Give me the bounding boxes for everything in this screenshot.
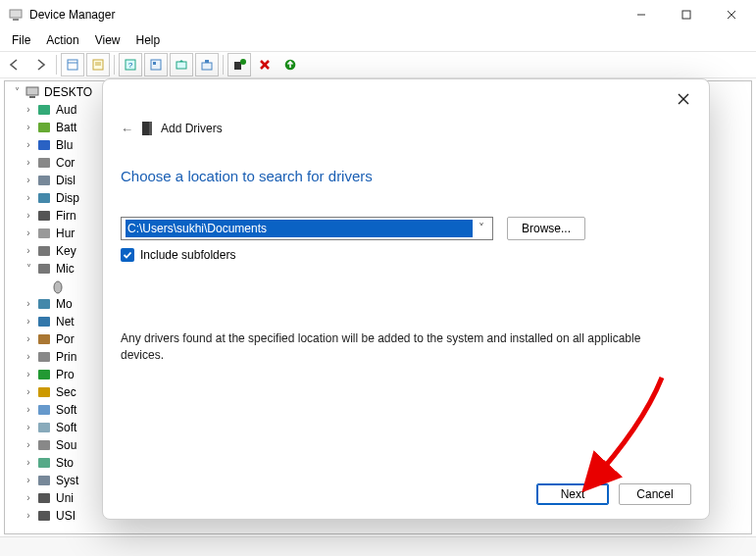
- battery-icon: [36, 120, 52, 135]
- cancel-button[interactable]: Cancel: [619, 483, 691, 505]
- toolbar-update-button[interactable]: [170, 53, 193, 76]
- svg-rect-52: [149, 122, 152, 135]
- toolbar-add-driver-button[interactable]: [227, 53, 251, 76]
- dialog-heading: Choose a location to search for drivers: [121, 168, 373, 184]
- svg-rect-23: [26, 87, 38, 95]
- toolbar-separator: [223, 55, 224, 75]
- toolbar-uninstall-button[interactable]: [195, 53, 219, 76]
- svg-rect-43: [38, 423, 50, 432]
- driver-path-value[interactable]: C:\Users\sukhi\Documents: [126, 220, 473, 237]
- chevron-icon[interactable]: ›: [23, 189, 34, 207]
- tree-item-label: Soft: [54, 419, 76, 436]
- svg-rect-24: [29, 96, 35, 98]
- chevron-icon[interactable]: ›: [23, 401, 34, 419]
- dialog-button-row: Next Cancel: [536, 483, 691, 505]
- svg-point-19: [240, 59, 246, 65]
- tree-item-label: Hur: [54, 225, 75, 242]
- tree-item-label: Disl: [54, 172, 76, 189]
- keyboard-icon: [36, 243, 52, 259]
- driver-disk-icon: [139, 121, 155, 136]
- chevron-icon[interactable]: ›: [23, 172, 34, 189]
- mouse-icon: [50, 278, 66, 294]
- tree-item-label: USI: [54, 507, 76, 525]
- tree-item-label: Sto: [54, 454, 74, 472]
- chevron-icon[interactable]: ›: [23, 136, 34, 154]
- tree-item-label: Net: [54, 313, 75, 330]
- toolbar-forward-button[interactable]: [28, 53, 52, 76]
- svg-rect-17: [205, 60, 209, 63]
- browse-button[interactable]: Browse...: [507, 217, 585, 240]
- svg-rect-46: [38, 476, 50, 485]
- statusbar: [0, 536, 756, 556]
- chevron-icon[interactable]: ›: [23, 489, 34, 507]
- chevron-icon[interactable]: ›: [23, 419, 34, 436]
- toolbar-scan-button[interactable]: [144, 53, 168, 76]
- chevron-icon[interactable]: ˅: [23, 260, 34, 278]
- checkbox-checked-icon: [121, 248, 134, 262]
- tree-root-label: DESKTO: [42, 83, 92, 101]
- chevron-icon[interactable]: ›: [23, 313, 34, 330]
- window-title: Device Manager: [29, 8, 619, 22]
- minimize-button[interactable]: [619, 0, 664, 29]
- menu-action[interactable]: Action: [38, 31, 86, 49]
- port-icon: [36, 331, 52, 347]
- chevron-down-icon[interactable]: ˅: [11, 83, 23, 101]
- chevron-icon[interactable]: ›: [23, 366, 34, 383]
- toolbar-properties-button[interactable]: [86, 53, 110, 76]
- toolbar-enable-button[interactable]: [278, 53, 302, 76]
- tree-item-label: Disp: [54, 189, 79, 207]
- menu-help[interactable]: Help: [128, 31, 169, 49]
- chevron-icon[interactable]: ›: [23, 101, 34, 119]
- include-subfolders-checkbox[interactable]: Include subfolders: [121, 248, 235, 262]
- audio-icon: [36, 102, 52, 118]
- chevron-icon[interactable]: ›: [23, 507, 34, 525]
- tree-item-label: Aud: [54, 101, 76, 119]
- maximize-button[interactable]: [664, 0, 709, 29]
- svg-rect-18: [234, 62, 241, 70]
- chevron-icon[interactable]: ›: [23, 119, 34, 136]
- back-arrow-icon[interactable]: ←: [121, 122, 133, 136]
- toolbar-help-button[interactable]: ?: [119, 53, 142, 76]
- chevron-down-icon[interactable]: ˅: [473, 222, 490, 235]
- titlebar: Device Manager: [0, 0, 756, 29]
- tree-item-label: Soft: [54, 401, 76, 419]
- svg-rect-39: [38, 352, 50, 362]
- chevron-icon[interactable]: ›: [23, 383, 34, 401]
- disk-icon: [36, 173, 52, 188]
- tree-item-label: Mic: [54, 260, 75, 278]
- dialog-close-button[interactable]: [668, 85, 699, 113]
- chevron-icon[interactable]: ›: [23, 225, 34, 242]
- svg-rect-33: [38, 246, 50, 256]
- tree-item-label: Blu: [54, 136, 73, 154]
- toolbar-back-button[interactable]: [3, 53, 26, 76]
- close-button[interactable]: [709, 0, 754, 29]
- toolbar-separator: [114, 55, 115, 75]
- chevron-icon[interactable]: ›: [23, 154, 34, 172]
- hid-icon: [36, 226, 52, 241]
- chevron-icon[interactable]: ›: [23, 207, 34, 225]
- menu-view[interactable]: View: [87, 31, 128, 49]
- tree-item-label: Por: [54, 330, 75, 348]
- svg-rect-47: [38, 493, 50, 503]
- svg-rect-36: [38, 299, 50, 309]
- chevron-icon[interactable]: ›: [23, 242, 34, 260]
- driver-path-combobox[interactable]: C:\Users\sukhi\Documents ˅: [121, 217, 493, 240]
- toolbar-show-hide-tree-button[interactable]: [61, 53, 84, 76]
- chevron-icon[interactable]: ›: [23, 436, 34, 454]
- toolbar-disable-button[interactable]: [253, 53, 277, 76]
- software-icon: [36, 402, 52, 418]
- chevron-icon[interactable]: ›: [23, 348, 34, 366]
- next-button[interactable]: Next: [536, 483, 609, 505]
- dialog-breadcrumb-label: Add Drivers: [161, 122, 223, 135]
- chevron-icon[interactable]: ›: [23, 295, 34, 313]
- svg-rect-34: [38, 264, 50, 274]
- chevron-icon[interactable]: ›: [23, 472, 34, 489]
- chevron-icon[interactable]: ›: [23, 330, 34, 348]
- svg-rect-27: [38, 140, 50, 150]
- dialog-breadcrumb: ← Add Drivers: [121, 121, 223, 136]
- menu-file[interactable]: File: [4, 31, 38, 49]
- chevron-icon[interactable]: ›: [23, 454, 34, 472]
- svg-rect-31: [38, 211, 50, 221]
- svg-rect-40: [38, 370, 50, 379]
- tree-item-label: Cor: [54, 154, 75, 172]
